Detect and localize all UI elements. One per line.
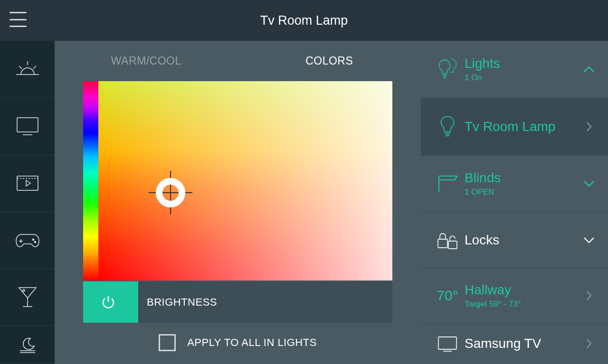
scene-game[interactable] bbox=[0, 212, 55, 269]
tab-colors[interactable]: COLORS bbox=[238, 55, 421, 67]
power-icon bbox=[100, 294, 116, 310]
hue-slider[interactable] bbox=[83, 81, 98, 280]
lights-icon bbox=[430, 57, 465, 82]
apply-row: APPLY TO ALL IN LIGHTS bbox=[55, 323, 421, 363]
scene-party[interactable] bbox=[0, 269, 55, 326]
crosshair-v bbox=[170, 171, 171, 215]
apply-all-label: APPLY TO ALL IN LIGHTS bbox=[187, 336, 317, 349]
brightness-fill bbox=[133, 281, 138, 323]
page-title: Tv Room Lamp bbox=[260, 13, 348, 28]
scene-night[interactable] bbox=[0, 326, 55, 364]
saturation-picker[interactable] bbox=[98, 81, 392, 280]
group-locks-title: Locks bbox=[465, 233, 582, 248]
group-blinds-sub: 1 OPEN bbox=[465, 187, 582, 197]
gamepad-icon bbox=[14, 233, 41, 249]
svg-rect-7 bbox=[438, 337, 456, 349]
device-samsung-tv[interactable]: Samsung TV bbox=[421, 324, 608, 364]
scene-tv[interactable] bbox=[0, 98, 55, 155]
svg-rect-5 bbox=[438, 239, 447, 248]
movie-icon bbox=[15, 174, 40, 192]
chevron-right-icon bbox=[582, 338, 596, 349]
chevron-down-icon bbox=[582, 180, 596, 187]
scene-movie[interactable] bbox=[0, 155, 55, 212]
scene-sidebar bbox=[0, 41, 55, 364]
chevron-right-icon bbox=[582, 121, 596, 132]
moon-icon bbox=[17, 336, 38, 354]
chevron-down-icon bbox=[582, 237, 596, 243]
svg-rect-0 bbox=[17, 118, 38, 132]
tv-icon bbox=[430, 335, 465, 352]
main-panel: WARM/COOL COLORS BRIGHTNESS A bbox=[55, 41, 421, 364]
monitor-icon bbox=[15, 116, 40, 137]
svg-point-4 bbox=[23, 289, 25, 291]
sunrise-icon bbox=[15, 60, 40, 78]
blinds-icon bbox=[430, 173, 465, 194]
crosshair-h bbox=[149, 192, 192, 193]
color-picker-area bbox=[83, 81, 392, 280]
brightness-row: BRIGHTNESS bbox=[83, 281, 392, 323]
tv-title: Samsung TV bbox=[465, 336, 582, 351]
group-blinds[interactable]: Blinds 1 OPEN bbox=[421, 156, 608, 213]
group-lights-sub: 1 On bbox=[465, 73, 582, 83]
svg-rect-6 bbox=[448, 241, 457, 249]
device-lamp-title: Tv Room Lamp bbox=[465, 119, 582, 134]
device-sidebar: Lights 1 On Tv Room Lamp bbox=[421, 41, 608, 364]
group-locks[interactable]: Locks bbox=[421, 213, 608, 268]
brightness-label: BRIGHTNESS bbox=[147, 296, 217, 308]
svg-point-2 bbox=[32, 239, 34, 240]
device-tv-room-lamp[interactable]: Tv Room Lamp bbox=[421, 98, 608, 156]
chevron-right-icon bbox=[582, 290, 596, 301]
svg-point-3 bbox=[34, 241, 36, 243]
group-lights[interactable]: Lights 1 On bbox=[421, 41, 608, 98]
hallway-temp: 70° bbox=[430, 288, 465, 304]
hallway-sub: Target 59° - 73° bbox=[465, 299, 582, 309]
color-cursor bbox=[156, 178, 185, 207]
brightness-slider[interactable]: BRIGHTNESS bbox=[133, 281, 392, 323]
group-blinds-title: Blinds bbox=[465, 170, 582, 186]
header: Tv Room Lamp bbox=[0, 0, 608, 41]
menu-icon[interactable] bbox=[10, 12, 27, 27]
scene-sunrise[interactable] bbox=[0, 41, 55, 98]
device-hallway-thermostat[interactable]: 70° Hallway Target 59° - 73° bbox=[421, 268, 608, 324]
locks-icon bbox=[430, 230, 465, 251]
power-button[interactable] bbox=[83, 281, 133, 323]
tab-warm-cool[interactable]: WARM/COOL bbox=[55, 55, 238, 67]
bulb-icon bbox=[430, 115, 465, 139]
color-mode-tabs: WARM/COOL COLORS bbox=[55, 41, 421, 81]
cocktail-icon bbox=[17, 286, 38, 309]
chevron-up-icon bbox=[582, 66, 596, 73]
group-lights-title: Lights bbox=[465, 56, 582, 71]
apply-all-checkbox[interactable] bbox=[159, 334, 176, 351]
hallway-title: Hallway bbox=[465, 282, 582, 298]
